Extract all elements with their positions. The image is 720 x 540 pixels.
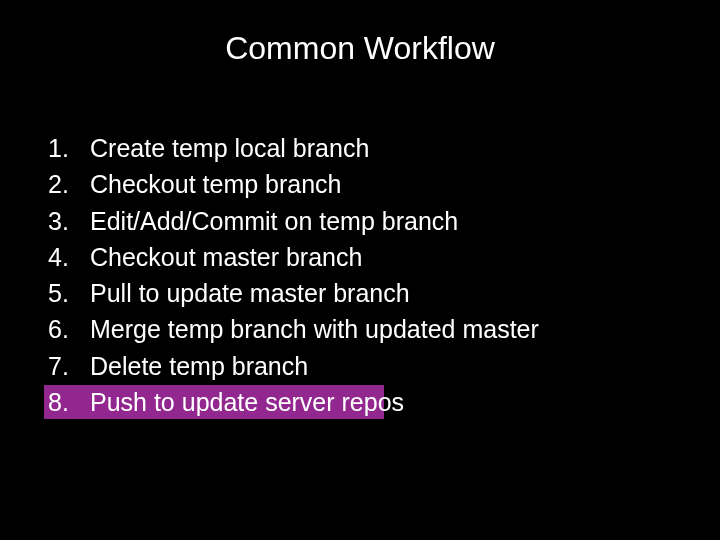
list-number: 5. <box>44 275 90 311</box>
list-text: Checkout temp branch <box>90 166 676 202</box>
list-number: 6. <box>44 311 90 347</box>
list-number: 2. <box>44 166 90 202</box>
list-number: 3. <box>44 203 90 239</box>
list-item: 2. Checkout temp branch <box>44 166 676 202</box>
list-item: 5. Pull to update master branch <box>44 275 676 311</box>
list-text: Pull to update master branch <box>90 275 676 311</box>
list-text: Checkout master branch <box>90 239 676 275</box>
list-number: 8. <box>44 384 90 420</box>
list-item: 4. Checkout master branch <box>44 239 676 275</box>
list-number: 1. <box>44 130 90 166</box>
list-text: Edit/Add/Commit on temp branch <box>90 203 676 239</box>
list-text: Create temp local branch <box>90 130 676 166</box>
list-text: Push to update server repos <box>90 384 676 420</box>
list-text: Delete temp branch <box>90 348 676 384</box>
slide: Common Workflow 1. Create temp local bra… <box>0 0 720 540</box>
ordered-list: 1. Create temp local branch 2. Checkout … <box>44 130 676 420</box>
slide-title: Common Workflow <box>0 30 720 67</box>
list-item: 8. Push to update server repos <box>44 384 676 420</box>
list-text: Merge temp branch with updated master <box>90 311 676 347</box>
list-item: 1. Create temp local branch <box>44 130 676 166</box>
list-item: 7. Delete temp branch <box>44 348 676 384</box>
list-item: 6. Merge temp branch with updated master <box>44 311 676 347</box>
list-item: 3. Edit/Add/Commit on temp branch <box>44 203 676 239</box>
list-number: 4. <box>44 239 90 275</box>
list-number: 7. <box>44 348 90 384</box>
